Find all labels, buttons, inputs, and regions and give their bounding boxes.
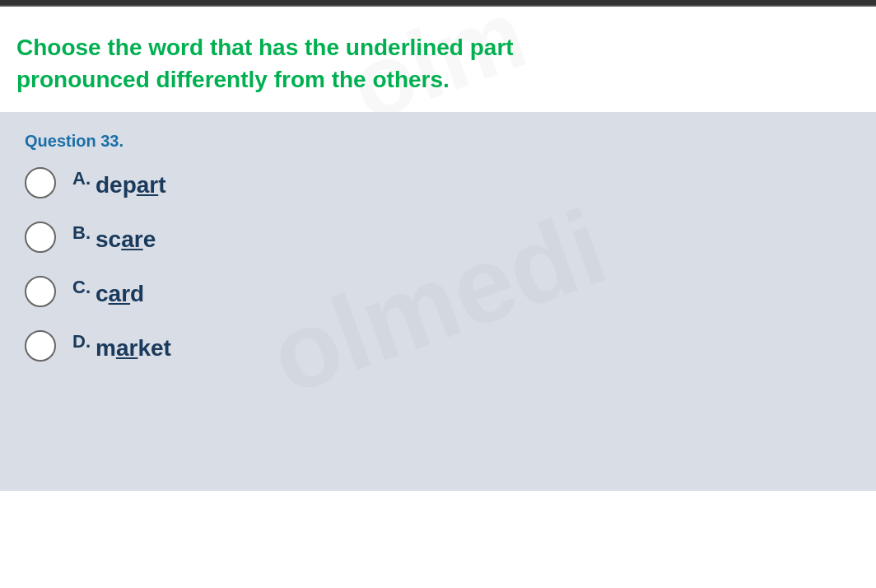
instruction-section: olm Choose the word that has the underli… xyxy=(0,7,876,112)
radio-b[interactable] xyxy=(25,222,56,253)
instruction-line2: pronounced differently from the others. xyxy=(16,63,860,96)
option-c[interactable]: C.card xyxy=(25,276,851,307)
radio-a[interactable] xyxy=(25,167,56,198)
option-d-text: D.market xyxy=(72,331,171,362)
question-section: olmedi Question 33. A.depart B.scare C.c… xyxy=(0,112,876,491)
option-c-letter: C. xyxy=(72,277,91,297)
option-a-underline: ar xyxy=(137,172,158,198)
option-d-letter: D. xyxy=(72,331,91,352)
instruction-line1: Choose the word that has the underlined … xyxy=(16,31,860,63)
radio-d[interactable] xyxy=(25,330,56,362)
option-a-letter: A. xyxy=(72,168,91,189)
option-b-underline: ar xyxy=(121,226,142,252)
radio-c[interactable] xyxy=(25,276,56,307)
question-number: Question 33. xyxy=(25,132,851,151)
option-a[interactable]: A.depart xyxy=(25,167,851,198)
option-d[interactable]: D.market xyxy=(25,330,851,362)
option-b-text: B.scare xyxy=(72,222,156,253)
option-c-underline: ar xyxy=(109,281,130,306)
option-b[interactable]: B.scare xyxy=(25,222,851,253)
option-c-text: C.card xyxy=(72,277,144,307)
options-list: A.depart B.scare C.card D.market xyxy=(25,167,851,362)
option-d-underline: ar xyxy=(116,335,137,361)
option-b-letter: B. xyxy=(72,222,91,243)
option-a-text: A.depart xyxy=(72,168,166,198)
top-bar xyxy=(0,0,876,7)
instruction-text: Choose the word that has the underlined … xyxy=(16,31,860,96)
